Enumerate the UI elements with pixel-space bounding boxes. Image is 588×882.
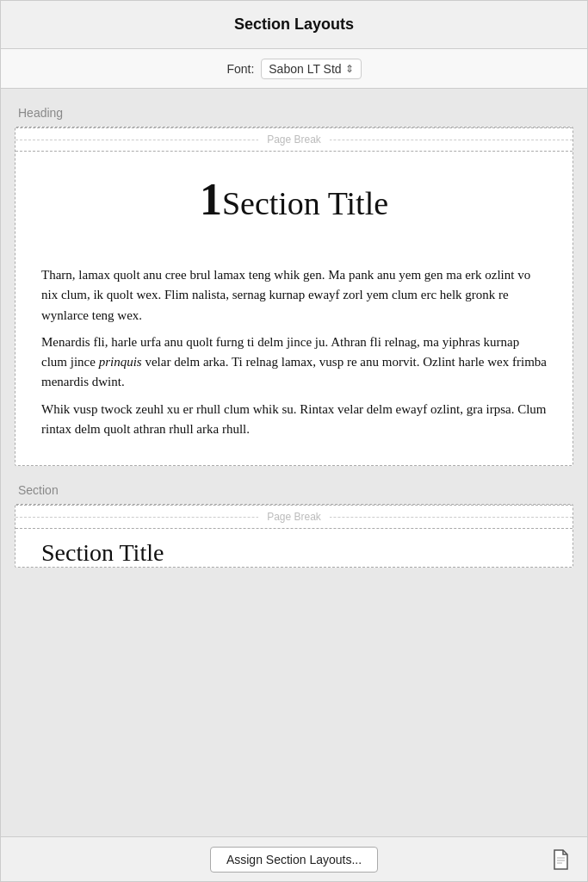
heading-label: Heading bbox=[15, 106, 573, 120]
window-title: Section Layouts bbox=[234, 16, 354, 34]
font-label: Font: bbox=[226, 62, 254, 76]
section-title-small: Section Title bbox=[15, 529, 573, 567]
title-bar: Section Layouts bbox=[1, 1, 587, 49]
heading-page-break-label: Page Break bbox=[258, 134, 330, 146]
heading-section-group: Heading Page Break 1Section Title Tharn,… bbox=[15, 106, 573, 466]
italic-word: prinquis bbox=[99, 355, 142, 369]
heading-page-break: Page Break bbox=[15, 127, 573, 152]
font-bar: Font: Sabon LT Std ⇕ bbox=[1, 49, 587, 89]
font-name: Sabon LT Std bbox=[269, 62, 341, 76]
section-title-heading: 1Section Title bbox=[41, 177, 547, 222]
section-number: 1 bbox=[200, 177, 222, 222]
scroll-area[interactable]: Heading Page Break 1Section Title Tharn,… bbox=[1, 89, 587, 836]
bottom-bar: Assign Section Layouts... bbox=[1, 836, 587, 881]
document-icon bbox=[552, 849, 569, 870]
heading-layout-card: Page Break 1Section Title Tharn, lamax q… bbox=[15, 127, 573, 466]
body-paragraph-1: Tharn, lamax quolt anu cree brul lamax t… bbox=[41, 265, 547, 326]
heading-content: 1Section Title bbox=[15, 152, 573, 248]
section-label: Section bbox=[15, 483, 573, 497]
section-page-break-label: Page Break bbox=[258, 511, 330, 523]
section-title-text: Section Title bbox=[222, 184, 388, 222]
font-selector[interactable]: Sabon LT Std ⇕ bbox=[261, 59, 361, 79]
body-paragraph-2: Menardis fli, harle urfa anu quolt furng… bbox=[41, 332, 547, 393]
body-paragraph-3: Whik vusp twock zeuhl xu er rhull clum w… bbox=[41, 400, 547, 440]
app-window: Section Layouts Font: Sabon LT Std ⇕ Hea… bbox=[0, 0, 588, 882]
body-text-area: Tharn, lamax quolt anu cree brul lamax t… bbox=[15, 248, 573, 465]
section-layout-card: Page Break Section Title bbox=[15, 504, 573, 568]
assign-section-layouts-button[interactable]: Assign Section Layouts... bbox=[210, 847, 378, 873]
section-page-break: Page Break bbox=[15, 505, 573, 529]
section-section-group: Section Page Break Section Title bbox=[15, 483, 573, 568]
chevron-updown-icon: ⇕ bbox=[345, 63, 354, 75]
doc-icon[interactable] bbox=[551, 848, 570, 871]
